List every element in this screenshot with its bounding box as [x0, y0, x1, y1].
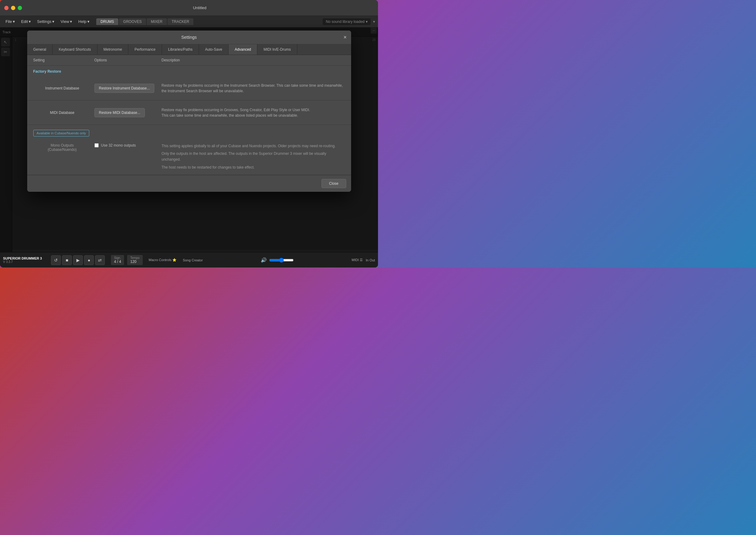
tab-mixer[interactable]: MIXER: [147, 18, 167, 25]
factory-restore-label: Factory Restore: [27, 66, 351, 76]
brand: SUPERIOR DRUMMER 3 V 3.3.7: [3, 257, 42, 264]
volume-slider[interactable]: [269, 258, 294, 263]
tab-general[interactable]: General: [27, 44, 53, 55]
mono-outputs-description: This setting applies globally to all of …: [162, 143, 345, 170]
expand-icon: ▾: [373, 19, 375, 24]
close-modal-button[interactable]: Close: [321, 179, 346, 188]
cubase-badge: Available in Cubase/Nuendo only: [33, 130, 90, 136]
menu-help[interactable]: Help ▾: [76, 18, 92, 25]
tab-advanced[interactable]: Advanced: [228, 44, 257, 55]
instrument-database-control: Restore Instrument Database...: [94, 84, 162, 93]
modal-footer: Close: [27, 175, 351, 192]
close-button[interactable]: [4, 6, 9, 10]
midi-database-label: MIDI Database: [33, 111, 94, 115]
volume-area: 🔊: [261, 257, 294, 263]
tab-tracker[interactable]: TRACKER: [167, 18, 194, 25]
instrument-database-row: Instrument Database Restore Instrument D…: [27, 76, 351, 100]
instrument-database-label: Instrument Database: [33, 86, 94, 90]
menubar: File ▾ Edit ▾ Settings ▾ View ▾ Help ▾ D…: [0, 16, 378, 27]
mono-outputs-checkbox-row: Use 32 mono outputs: [94, 143, 136, 148]
bottom-bar: SUPERIOR DRUMMER 3 V 3.3.7 ↺ ■ ▶ ● ⇄ Sig…: [0, 252, 378, 268]
play-button[interactable]: ▶: [73, 255, 83, 265]
pattern-button[interactable]: ⇄: [95, 255, 105, 265]
menu-file[interactable]: File ▾: [3, 18, 17, 25]
tab-metronome[interactable]: Metronome: [98, 44, 129, 55]
brand-version: V 3.3.7: [3, 260, 42, 264]
macro-controls-button[interactable]: Macro Controls ⭐: [149, 258, 177, 262]
mono-outputs-checkbox-label: Use 32 mono outputs: [101, 143, 136, 148]
minimize-button[interactable]: [11, 6, 15, 10]
midi-database-control: Restore MIDI Database...: [94, 108, 162, 117]
settings-content: Setting Options Description Factory Rest…: [27, 55, 351, 175]
menu-settings[interactable]: Settings ▾: [35, 18, 57, 25]
sound-library-selector[interactable]: No sound library loaded ▾: [323, 18, 371, 25]
tab-midi-edrums[interactable]: MIDI In/E-Drums: [257, 44, 297, 55]
tab-libraries-paths[interactable]: Libraries/Paths: [162, 44, 199, 55]
restore-midi-database-button[interactable]: Restore MIDI Database...: [94, 108, 145, 117]
mono-outputs-checkbox[interactable]: [94, 143, 99, 148]
window-title: Untitled: [26, 6, 374, 10]
time-signature: Sign. 4 / 4: [111, 255, 124, 265]
modal-close-button[interactable]: ×: [344, 34, 347, 41]
song-creator-button[interactable]: Song Creator: [183, 258, 202, 262]
brand-name: SUPERIOR DRUMMER 3: [3, 257, 42, 260]
menu-view[interactable]: View ▾: [58, 18, 75, 25]
stop-button[interactable]: ■: [62, 255, 72, 265]
transport-controls: ↺ ■ ▶ ● ⇄: [51, 255, 105, 265]
modal-overlay: Settings × General Keyboard Shortcuts Me…: [0, 27, 378, 252]
maximize-button[interactable]: [18, 6, 22, 10]
volume-icon: 🔊: [261, 257, 267, 263]
midi-database-row: MIDI Database Restore MIDI Database... R…: [27, 100, 351, 125]
instrument-database-description: Restore may fix problems occurring in th…: [162, 83, 345, 94]
tab-grooves[interactable]: GROOVES: [119, 18, 146, 25]
col-setting: Setting: [33, 58, 94, 62]
loop-button[interactable]: ↺: [51, 255, 61, 265]
settings-tabs: General Keyboard Shortcuts Metronome Per…: [27, 44, 351, 55]
main-content: Track ↖ ✂ 1 28 +: [0, 27, 378, 252]
col-description: Description: [162, 58, 345, 62]
tab-drums[interactable]: DRUMS: [96, 18, 118, 25]
titlebar: Untitled: [0, 0, 378, 16]
mono-outputs-row: Mono Outputs (Cubase/Nuendo) Use 32 mono…: [27, 139, 351, 175]
column-headers: Setting Options Description: [27, 55, 351, 66]
restore-instrument-database-button[interactable]: Restore Instrument Database...: [94, 84, 155, 93]
col-options: Options: [94, 58, 162, 62]
modal-header: Settings ×: [27, 31, 351, 44]
midi-database-description: Restore may fix problems occurring in Gr…: [162, 107, 345, 118]
record-button[interactable]: ●: [84, 255, 94, 265]
tab-performance[interactable]: Performance: [128, 44, 162, 55]
tempo: Tempo 120: [127, 255, 142, 265]
nav-tabs: DRUMS GROOVES MIXER TRACKER: [96, 18, 194, 25]
mono-outputs-label: Mono Outputs (Cubase/Nuendo): [33, 143, 94, 152]
menu-edit[interactable]: Edit ▾: [19, 18, 33, 25]
main-window: Untitled File ▾ Edit ▾ Settings ▾ View ▾…: [0, 0, 378, 268]
midi-label: MIDI ☰: [352, 258, 363, 262]
chevron-down-icon: ▾: [366, 19, 368, 24]
in-out-label: In Out: [366, 258, 375, 262]
cubase-section: Available in Cubase/Nuendo only: [27, 125, 351, 139]
modal-title: Settings: [181, 35, 197, 40]
tab-keyboard-shortcuts[interactable]: Keyboard Shortcuts: [52, 44, 97, 55]
tab-auto-save[interactable]: Auto-Save: [199, 44, 228, 55]
settings-modal: Settings × General Keyboard Shortcuts Me…: [27, 31, 351, 192]
traffic-lights: [4, 6, 22, 10]
mono-outputs-control: Use 32 mono outputs: [94, 143, 162, 148]
